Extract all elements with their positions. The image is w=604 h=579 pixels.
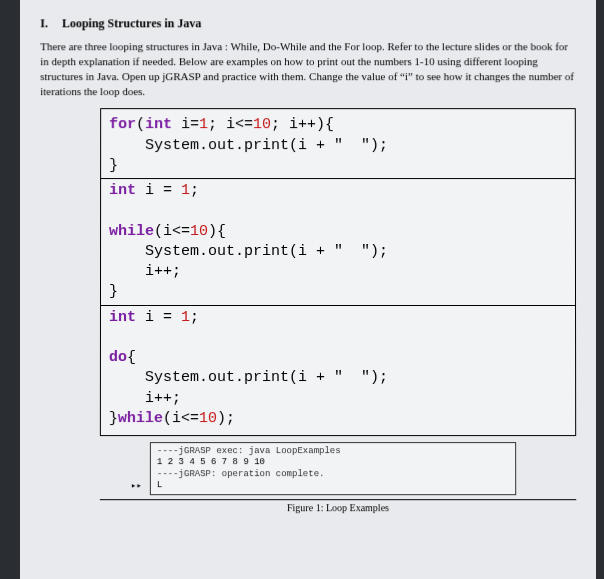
output-line: ----jGRASP exec: java LoopExamples — [157, 446, 509, 457]
code-line: System.out.print(i + " "); — [109, 137, 388, 154]
intro-paragraph: There are three looping structures in Ja… — [40, 39, 576, 98]
output-marker: ▸▸ — [131, 481, 142, 492]
divider — [101, 178, 575, 179]
kw-while: while — [118, 410, 163, 427]
code-line: i++; — [109, 263, 181, 280]
kw-int: int — [109, 182, 136, 199]
code-line: } — [109, 157, 118, 174]
output-box: ▸▸ ----jGRASP exec: java LoopExamples 1 … — [150, 442, 516, 495]
kw-do: do — [109, 349, 127, 366]
code-line: } — [109, 283, 118, 300]
section-heading: I. Looping Structures in Java — [40, 16, 575, 31]
code-line: System.out.print(i + " "); — [109, 369, 388, 386]
output-cursor: L — [157, 480, 509, 491]
kw-while: while — [109, 223, 154, 240]
code-line: System.out.print(i + " "); — [109, 243, 388, 260]
output-line: 1 2 3 4 5 6 7 8 9 10 — [157, 457, 509, 468]
code-line: i++; — [109, 390, 181, 407]
figure-caption: Figure 1: Loop Examples — [100, 499, 576, 513]
heading-title: Looping Structures in Java — [62, 16, 201, 31]
code-box: for(int i=1; i<=10; i++){ System.out.pri… — [100, 109, 576, 437]
kw-for: for — [109, 117, 136, 134]
output-line: ----jGRASP: operation complete. — [157, 469, 509, 480]
kw-int: int — [145, 117, 172, 134]
document-page: I. Looping Structures in Java There are … — [20, 0, 597, 579]
divider — [101, 305, 575, 306]
heading-number: I. — [40, 16, 48, 31]
kw-int: int — [109, 309, 136, 326]
